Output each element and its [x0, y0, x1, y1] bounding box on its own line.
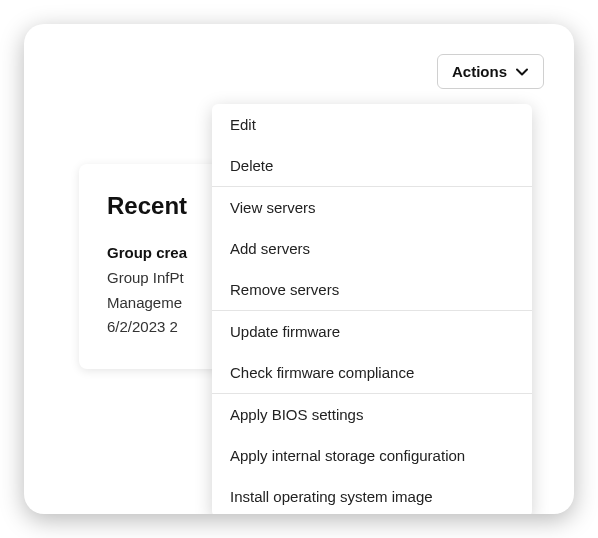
dropdown-group: View servers Add servers Remove servers — [212, 186, 532, 310]
actions-button[interactable]: Actions — [437, 54, 544, 89]
dropdown-group: Edit Delete — [212, 104, 532, 186]
dropdown-group: Update firmware Check firmware complianc… — [212, 310, 532, 393]
menu-item-edit[interactable]: Edit — [212, 104, 532, 145]
menu-item-delete[interactable]: Delete — [212, 145, 532, 186]
menu-item-remove-servers[interactable]: Remove servers — [212, 269, 532, 310]
menu-item-view-servers[interactable]: View servers — [212, 187, 532, 228]
menu-item-apply-internal-storage-configuration[interactable]: Apply internal storage configuration — [212, 435, 532, 476]
menu-item-update-firmware[interactable]: Update firmware — [212, 311, 532, 352]
chevron-down-icon — [515, 65, 529, 79]
dropdown-group: Apply BIOS settings Apply internal stora… — [212, 393, 532, 514]
menu-item-apply-bios-settings[interactable]: Apply BIOS settings — [212, 394, 532, 435]
toolbar: Actions — [54, 54, 544, 89]
actions-button-label: Actions — [452, 63, 507, 80]
main-panel: Actions Recent Group crea Group InfPt Ma… — [24, 24, 574, 514]
menu-item-install-operating-system-image[interactable]: Install operating system image — [212, 476, 532, 514]
menu-item-add-servers[interactable]: Add servers — [212, 228, 532, 269]
actions-dropdown: Edit Delete View servers Add servers Rem… — [212, 104, 532, 514]
menu-item-check-firmware-compliance[interactable]: Check firmware compliance — [212, 352, 532, 393]
